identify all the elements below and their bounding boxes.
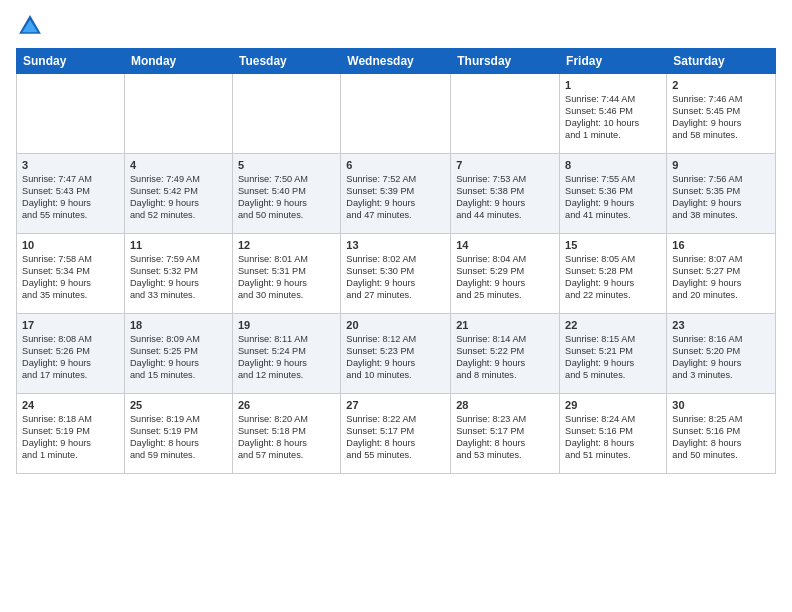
day-number: 11 bbox=[130, 238, 227, 253]
day-number: 14 bbox=[456, 238, 554, 253]
weekday-header: Tuesday bbox=[232, 49, 340, 74]
day-number: 3 bbox=[22, 158, 119, 173]
calendar-cell: 26Sunrise: 8:20 AM Sunset: 5:18 PM Dayli… bbox=[232, 394, 340, 474]
day-info: Sunrise: 8:09 AM Sunset: 5:25 PM Dayligh… bbox=[130, 334, 227, 382]
calendar-cell: 19Sunrise: 8:11 AM Sunset: 5:24 PM Dayli… bbox=[232, 314, 340, 394]
weekday-header: Thursday bbox=[451, 49, 560, 74]
day-number: 10 bbox=[22, 238, 119, 253]
weekday-header: Friday bbox=[560, 49, 667, 74]
calendar-cell: 14Sunrise: 8:04 AM Sunset: 5:29 PM Dayli… bbox=[451, 234, 560, 314]
day-number: 21 bbox=[456, 318, 554, 333]
day-info: Sunrise: 7:55 AM Sunset: 5:36 PM Dayligh… bbox=[565, 174, 661, 222]
day-info: Sunrise: 8:23 AM Sunset: 5:17 PM Dayligh… bbox=[456, 414, 554, 462]
logo-icon bbox=[16, 12, 44, 40]
calendar-cell: 9Sunrise: 7:56 AM Sunset: 5:35 PM Daylig… bbox=[667, 154, 776, 234]
day-info: Sunrise: 8:02 AM Sunset: 5:30 PM Dayligh… bbox=[346, 254, 445, 302]
calendar-cell: 27Sunrise: 8:22 AM Sunset: 5:17 PM Dayli… bbox=[341, 394, 451, 474]
day-info: Sunrise: 8:08 AM Sunset: 5:26 PM Dayligh… bbox=[22, 334, 119, 382]
day-info: Sunrise: 7:49 AM Sunset: 5:42 PM Dayligh… bbox=[130, 174, 227, 222]
calendar-cell: 24Sunrise: 8:18 AM Sunset: 5:19 PM Dayli… bbox=[17, 394, 125, 474]
calendar-cell: 28Sunrise: 8:23 AM Sunset: 5:17 PM Dayli… bbox=[451, 394, 560, 474]
day-number: 5 bbox=[238, 158, 335, 173]
day-number: 13 bbox=[346, 238, 445, 253]
day-number: 9 bbox=[672, 158, 770, 173]
calendar-cell bbox=[17, 74, 125, 154]
day-number: 20 bbox=[346, 318, 445, 333]
day-info: Sunrise: 8:25 AM Sunset: 5:16 PM Dayligh… bbox=[672, 414, 770, 462]
weekday-header: Saturday bbox=[667, 49, 776, 74]
day-number: 18 bbox=[130, 318, 227, 333]
day-number: 7 bbox=[456, 158, 554, 173]
weekday-header: Wednesday bbox=[341, 49, 451, 74]
calendar-week-row: 24Sunrise: 8:18 AM Sunset: 5:19 PM Dayli… bbox=[17, 394, 776, 474]
day-number: 16 bbox=[672, 238, 770, 253]
day-number: 24 bbox=[22, 398, 119, 413]
weekday-header: Monday bbox=[124, 49, 232, 74]
calendar-cell: 17Sunrise: 8:08 AM Sunset: 5:26 PM Dayli… bbox=[17, 314, 125, 394]
day-number: 8 bbox=[565, 158, 661, 173]
calendar-cell: 13Sunrise: 8:02 AM Sunset: 5:30 PM Dayli… bbox=[341, 234, 451, 314]
calendar-week-row: 17Sunrise: 8:08 AM Sunset: 5:26 PM Dayli… bbox=[17, 314, 776, 394]
day-info: Sunrise: 7:47 AM Sunset: 5:43 PM Dayligh… bbox=[22, 174, 119, 222]
calendar-cell bbox=[124, 74, 232, 154]
day-number: 1 bbox=[565, 78, 661, 93]
calendar-cell: 2Sunrise: 7:46 AM Sunset: 5:45 PM Daylig… bbox=[667, 74, 776, 154]
day-info: Sunrise: 8:04 AM Sunset: 5:29 PM Dayligh… bbox=[456, 254, 554, 302]
calendar-cell: 7Sunrise: 7:53 AM Sunset: 5:38 PM Daylig… bbox=[451, 154, 560, 234]
day-number: 23 bbox=[672, 318, 770, 333]
day-number: 15 bbox=[565, 238, 661, 253]
day-info: Sunrise: 7:44 AM Sunset: 5:46 PM Dayligh… bbox=[565, 94, 661, 142]
day-info: Sunrise: 7:56 AM Sunset: 5:35 PM Dayligh… bbox=[672, 174, 770, 222]
day-number: 29 bbox=[565, 398, 661, 413]
day-info: Sunrise: 7:58 AM Sunset: 5:34 PM Dayligh… bbox=[22, 254, 119, 302]
calendar-cell: 11Sunrise: 7:59 AM Sunset: 5:32 PM Dayli… bbox=[124, 234, 232, 314]
page: SundayMondayTuesdayWednesdayThursdayFrid… bbox=[0, 0, 792, 612]
calendar-week-row: 10Sunrise: 7:58 AM Sunset: 5:34 PM Dayli… bbox=[17, 234, 776, 314]
day-info: Sunrise: 8:12 AM Sunset: 5:23 PM Dayligh… bbox=[346, 334, 445, 382]
calendar-cell bbox=[232, 74, 340, 154]
calendar-cell: 21Sunrise: 8:14 AM Sunset: 5:22 PM Dayli… bbox=[451, 314, 560, 394]
calendar-cell: 4Sunrise: 7:49 AM Sunset: 5:42 PM Daylig… bbox=[124, 154, 232, 234]
calendar-cell bbox=[341, 74, 451, 154]
day-number: 12 bbox=[238, 238, 335, 253]
day-info: Sunrise: 8:22 AM Sunset: 5:17 PM Dayligh… bbox=[346, 414, 445, 462]
day-number: 25 bbox=[130, 398, 227, 413]
day-number: 19 bbox=[238, 318, 335, 333]
day-info: Sunrise: 7:52 AM Sunset: 5:39 PM Dayligh… bbox=[346, 174, 445, 222]
day-number: 22 bbox=[565, 318, 661, 333]
calendar-cell: 5Sunrise: 7:50 AM Sunset: 5:40 PM Daylig… bbox=[232, 154, 340, 234]
day-number: 28 bbox=[456, 398, 554, 413]
day-number: 27 bbox=[346, 398, 445, 413]
calendar-cell bbox=[451, 74, 560, 154]
calendar-cell: 10Sunrise: 7:58 AM Sunset: 5:34 PM Dayli… bbox=[17, 234, 125, 314]
calendar-table: SundayMondayTuesdayWednesdayThursdayFrid… bbox=[16, 48, 776, 474]
calendar-cell: 22Sunrise: 8:15 AM Sunset: 5:21 PM Dayli… bbox=[560, 314, 667, 394]
weekday-header: Sunday bbox=[17, 49, 125, 74]
day-info: Sunrise: 7:59 AM Sunset: 5:32 PM Dayligh… bbox=[130, 254, 227, 302]
day-info: Sunrise: 8:01 AM Sunset: 5:31 PM Dayligh… bbox=[238, 254, 335, 302]
day-info: Sunrise: 7:50 AM Sunset: 5:40 PM Dayligh… bbox=[238, 174, 335, 222]
day-info: Sunrise: 8:18 AM Sunset: 5:19 PM Dayligh… bbox=[22, 414, 119, 462]
weekday-header-row: SundayMondayTuesdayWednesdayThursdayFrid… bbox=[17, 49, 776, 74]
calendar-cell: 29Sunrise: 8:24 AM Sunset: 5:16 PM Dayli… bbox=[560, 394, 667, 474]
calendar-cell: 6Sunrise: 7:52 AM Sunset: 5:39 PM Daylig… bbox=[341, 154, 451, 234]
day-info: Sunrise: 8:20 AM Sunset: 5:18 PM Dayligh… bbox=[238, 414, 335, 462]
calendar-week-row: 3Sunrise: 7:47 AM Sunset: 5:43 PM Daylig… bbox=[17, 154, 776, 234]
day-info: Sunrise: 8:19 AM Sunset: 5:19 PM Dayligh… bbox=[130, 414, 227, 462]
day-number: 17 bbox=[22, 318, 119, 333]
calendar-cell: 15Sunrise: 8:05 AM Sunset: 5:28 PM Dayli… bbox=[560, 234, 667, 314]
calendar-cell: 8Sunrise: 7:55 AM Sunset: 5:36 PM Daylig… bbox=[560, 154, 667, 234]
day-number: 26 bbox=[238, 398, 335, 413]
day-number: 6 bbox=[346, 158, 445, 173]
logo bbox=[16, 12, 48, 40]
day-info: Sunrise: 8:15 AM Sunset: 5:21 PM Dayligh… bbox=[565, 334, 661, 382]
day-info: Sunrise: 7:46 AM Sunset: 5:45 PM Dayligh… bbox=[672, 94, 770, 142]
calendar-cell: 30Sunrise: 8:25 AM Sunset: 5:16 PM Dayli… bbox=[667, 394, 776, 474]
calendar-cell: 25Sunrise: 8:19 AM Sunset: 5:19 PM Dayli… bbox=[124, 394, 232, 474]
calendar-week-row: 1Sunrise: 7:44 AM Sunset: 5:46 PM Daylig… bbox=[17, 74, 776, 154]
day-info: Sunrise: 8:16 AM Sunset: 5:20 PM Dayligh… bbox=[672, 334, 770, 382]
calendar-cell: 20Sunrise: 8:12 AM Sunset: 5:23 PM Dayli… bbox=[341, 314, 451, 394]
calendar-cell: 23Sunrise: 8:16 AM Sunset: 5:20 PM Dayli… bbox=[667, 314, 776, 394]
day-info: Sunrise: 8:24 AM Sunset: 5:16 PM Dayligh… bbox=[565, 414, 661, 462]
day-info: Sunrise: 8:07 AM Sunset: 5:27 PM Dayligh… bbox=[672, 254, 770, 302]
